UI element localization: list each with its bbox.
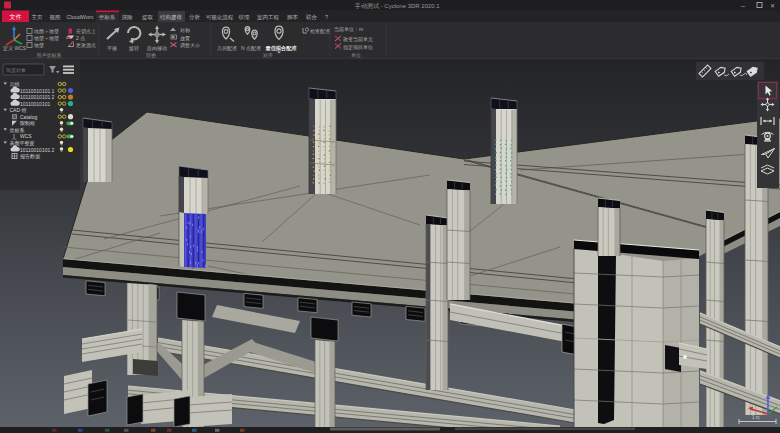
svg-text:10110010101 2: 10110010101 2 [20, 94, 55, 100]
svg-text:WCS: WCS [20, 133, 32, 139]
svg-text:1 m: 1 m [752, 415, 760, 420]
svg-text:可视化流程: 可视化流程 [206, 14, 234, 21]
svg-text:手动测试 - Cyclone 3DR 2020.1: 手动测试 - Cyclone 3DR 2020.1 [354, 2, 440, 9]
svg-text:–: – [741, 2, 745, 9]
svg-text:地面＋墙壁: 地面＋墙壁 [33, 28, 59, 35]
svg-text:自由移动: 自由移动 [147, 45, 167, 52]
svg-text:CloudWorx: CloudWorx [66, 14, 93, 20]
svg-text:当前单位：m: 当前单位：m [334, 26, 363, 32]
svg-text:云组: 云组 [10, 81, 20, 87]
svg-text:最佳拟合配准: 最佳拟合配准 [264, 45, 297, 52]
svg-text:筛选对象: 筛选对象 [6, 67, 26, 74]
svg-text:✕: ✕ [770, 3, 775, 9]
svg-text:提取: 提取 [142, 14, 154, 21]
svg-text:清除: 清除 [122, 14, 134, 21]
svg-text:调整大小: 调整大小 [180, 42, 200, 49]
svg-text:室内工程: 室内工程 [257, 14, 280, 21]
svg-text:脚本: 脚本 [287, 14, 299, 20]
svg-text:指定项目单位: 指定项目单位 [343, 44, 373, 51]
svg-text:在切点上: 在切点上 [76, 28, 96, 35]
svg-text:纹理: 纹理 [239, 14, 251, 20]
svg-text:10110010101 2: 10110010101 2 [20, 147, 55, 153]
svg-text:墙壁: 墙壁 [33, 42, 44, 48]
svg-text:坐标系: 坐标系 [99, 14, 116, 21]
svg-text:?: ? [325, 14, 328, 20]
svg-text:报告数据: 报告数据 [20, 153, 40, 160]
svg-text:文件: 文件 [10, 13, 22, 20]
svg-text:10110010101: 10110010101 [20, 101, 50, 107]
svg-text:N 点配准: N 点配准 [241, 45, 261, 52]
svg-text:对齐: 对齐 [263, 52, 273, 58]
svg-text:墙壁＋墙壁: 墙壁＋墙壁 [33, 35, 59, 41]
svg-text:10110010101 1: 10110010101 1 [20, 88, 55, 94]
svg-text:分析: 分析 [189, 14, 201, 20]
svg-text:主页: 主页 [32, 14, 44, 20]
svg-text:几何配准: 几何配准 [217, 45, 237, 52]
svg-text:联合: 联合 [306, 14, 318, 21]
svg-text:定义 WCS: 定义 WCS [3, 45, 27, 52]
svg-text:改变当前单元: 改变当前单元 [343, 36, 373, 43]
svg-text:结构建模: 结构建模 [160, 14, 183, 21]
svg-text:对称: 对称 [180, 27, 190, 33]
svg-text:转换: 转换 [146, 52, 157, 59]
svg-text:更改原点: 更改原点 [76, 42, 96, 48]
svg-text:旋转: 旋转 [128, 45, 139, 52]
svg-text:平移: 平移 [107, 45, 117, 52]
svg-text:用户坐标系: 用户坐标系 [36, 52, 62, 59]
svg-text:单位: 单位 [351, 52, 361, 58]
svg-text:放置: 放置 [180, 35, 190, 42]
svg-text:检查配准: 检查配准 [310, 28, 330, 35]
svg-text:视图: 视图 [50, 14, 61, 21]
svg-text:Catalog: Catalog [20, 114, 37, 120]
svg-text:CAD 组: CAD 组 [10, 107, 27, 113]
svg-text:2 点: 2 点 [76, 35, 85, 41]
